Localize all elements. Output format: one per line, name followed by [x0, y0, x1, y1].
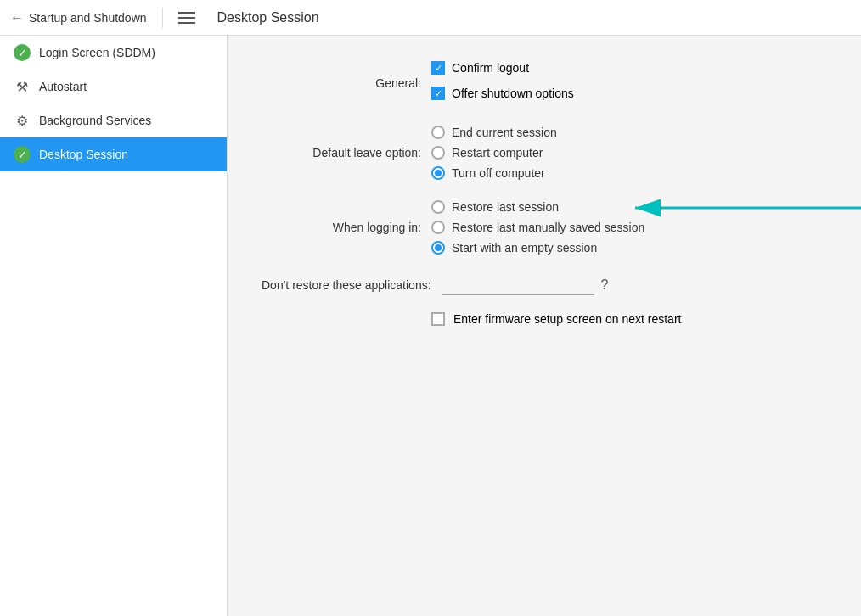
- firmware-row: Enter firmware setup screen on next rest…: [431, 312, 827, 326]
- when-logging-row: When logging in: Restore last session Re…: [262, 200, 827, 255]
- restore-last-label: Restore last session: [452, 200, 559, 214]
- dont-restore-row: Don't restore these applications: ?: [262, 275, 827, 295]
- general-section: General: ✓ Confirm logout ✓ Of: [262, 61, 827, 105]
- sidebar-label-desktop: Desktop Session: [39, 148, 128, 161]
- desktop-session-icon: ✓: [14, 146, 31, 163]
- empty-session-radio[interactable]: [431, 241, 445, 255]
- default-leave-label: Default leave option:: [262, 146, 431, 160]
- sidebar-label-bg-services: Background Services: [39, 114, 151, 127]
- content-area: General: ✓ Confirm logout ✓ Of: [262, 61, 827, 326]
- when-logging-options: Restore last session Restore last manual…: [431, 200, 644, 255]
- offer-shutdown-label: Offer shutdown options: [452, 87, 574, 100]
- default-leave-row: Default leave option: End current sessio…: [262, 126, 827, 180]
- when-logging-label: When logging in:: [262, 221, 431, 234]
- when-logging-section: When logging in: Restore last session Re…: [262, 200, 827, 255]
- page-title: Desktop Session: [217, 10, 319, 25]
- main-layout: ✓ Login Screen (SDDM) ⚒ Autostart ⚙ Back…: [0, 36, 861, 616]
- hamburger-menu-icon[interactable]: [178, 12, 195, 24]
- sidebar-item-login-screen[interactable]: ✓ Login Screen (SDDM): [0, 36, 227, 70]
- restore-last-radio[interactable]: [431, 200, 445, 214]
- empty-session-row: Start with an empty session: [431, 241, 644, 255]
- restore-manual-row: Restore last manually saved session: [431, 221, 644, 234]
- default-leave-section: Default leave option: End current sessio…: [262, 126, 827, 180]
- general-options: ✓ Confirm logout ✓ Offer shutdown option…: [431, 61, 574, 105]
- turn-off-radio[interactable]: [431, 166, 445, 180]
- turn-off-label: Turn off computer: [452, 166, 545, 180]
- offer-shutdown-checkbox[interactable]: ✓: [431, 87, 445, 100]
- general-row: General: ✓ Confirm logout ✓ Of: [262, 61, 827, 105]
- turn-off-row: Turn off computer: [431, 166, 557, 180]
- sidebar-label-login: Login Screen (SDDM): [39, 46, 155, 59]
- general-label: General:: [262, 76, 431, 90]
- restart-label: Restart computer: [452, 146, 543, 160]
- restore-manual-label: Restore last manually saved session: [452, 221, 644, 234]
- confirm-logout-checkbox[interactable]: ✓: [431, 61, 445, 75]
- main-content: General: ✓ Confirm logout ✓ Of: [228, 36, 861, 616]
- confirm-logout-row: ✓ Confirm logout: [431, 61, 574, 75]
- sidebar-label-autostart: Autostart: [39, 80, 87, 93]
- bg-services-icon: ⚙: [14, 112, 31, 129]
- back-label: Startup and Shutdown: [29, 11, 147, 25]
- restore-last-row: Restore last session: [431, 200, 644, 214]
- restore-manual-radio[interactable]: [431, 221, 445, 234]
- sidebar-item-desktop-session[interactable]: ✓ Desktop Session: [0, 137, 227, 171]
- dont-restore-label: Don't restore these applications:: [262, 278, 442, 292]
- sidebar: ✓ Login Screen (SDDM) ⚒ Autostart ⚙ Back…: [0, 36, 228, 616]
- end-session-radio[interactable]: [431, 126, 445, 139]
- back-button[interactable]: ← Startup and Shutdown: [10, 10, 147, 25]
- autostart-icon: ⚒: [14, 78, 31, 95]
- firmware-label: Enter firmware setup screen on next rest…: [453, 312, 681, 326]
- login-icon: ✓: [14, 44, 31, 61]
- back-arrow-icon: ←: [10, 10, 24, 25]
- default-leave-options: End current session Restart computer Tur…: [431, 126, 557, 180]
- top-bar: ← Startup and Shutdown Desktop Session: [0, 0, 861, 36]
- empty-session-label: Start with an empty session: [452, 241, 597, 255]
- offer-shutdown-row: ✓ Offer shutdown options: [431, 87, 574, 100]
- restart-row: Restart computer: [431, 146, 557, 160]
- dont-restore-input[interactable]: [442, 275, 594, 295]
- firmware-checkbox[interactable]: [431, 312, 445, 326]
- restart-radio[interactable]: [431, 146, 445, 160]
- confirm-logout-label: Confirm logout: [452, 61, 529, 75]
- sidebar-item-background-services[interactable]: ⚙ Background Services: [0, 104, 227, 137]
- end-session-label: End current session: [452, 126, 557, 139]
- sidebar-item-autostart[interactable]: ⚒ Autostart: [0, 70, 227, 104]
- top-bar-divider: [162, 8, 163, 28]
- help-icon[interactable]: ?: [601, 277, 609, 293]
- end-session-row: End current session: [431, 126, 557, 139]
